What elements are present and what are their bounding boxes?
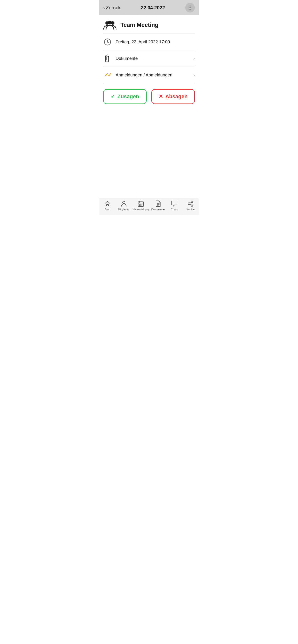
- more-options-button[interactable]: [185, 3, 195, 12]
- tab-members[interactable]: Mitglieder: [117, 200, 131, 211]
- svg-rect-13: [141, 204, 142, 204]
- chat-icon: [171, 200, 178, 207]
- event-header: Team Meeting: [99, 15, 199, 34]
- tab-documents[interactable]: Dokumente: [151, 200, 165, 211]
- tab-event-label: Veranstaltung: [133, 208, 149, 211]
- svg-point-21: [191, 201, 193, 202]
- documents-row[interactable]: Dokumente ›: [99, 50, 199, 66]
- decline-button[interactable]: ✕ Absagen: [152, 89, 195, 104]
- documents-chevron-icon: ›: [193, 56, 195, 61]
- svg-line-24: [190, 204, 191, 205]
- svg-point-2: [108, 20, 112, 24]
- tab-channels[interactable]: Kanäle: [183, 200, 198, 211]
- decline-label: Absagen: [165, 94, 188, 100]
- accept-button[interactable]: ✓ Zusagen: [103, 89, 146, 104]
- registrations-chevron-icon: ›: [193, 72, 195, 78]
- svg-line-5: [107, 42, 109, 43]
- registrations-row[interactable]: ✓✓ Anmeldungen / Abmeldungen ›: [99, 67, 199, 83]
- tab-chats[interactable]: Chats: [167, 200, 181, 211]
- x-icon: ✕: [159, 94, 163, 100]
- svg-point-20: [188, 203, 190, 204]
- action-buttons-row: ✓ Zusagen ✕ Absagen: [99, 84, 199, 110]
- nav-date-title: 22.04.2022: [141, 5, 165, 10]
- more-dots-icon: [190, 6, 191, 10]
- nav-bar: ‹ Zurück 22.04.2022: [99, 0, 199, 15]
- tab-start-label: Start: [105, 208, 110, 211]
- tab-members-label: Mitglieder: [118, 208, 129, 211]
- person-icon: [120, 200, 127, 207]
- svg-rect-16: [141, 205, 142, 206]
- main-content: Team Meeting Freitag, 22. April 2022 17:…: [99, 15, 199, 198]
- double-check-icon: ✓✓: [103, 71, 112, 79]
- svg-rect-15: [140, 205, 141, 206]
- clock-icon: [103, 38, 112, 46]
- documents-label: Dokumente: [116, 56, 190, 61]
- svg-rect-11: [139, 204, 140, 204]
- svg-point-6: [123, 201, 125, 204]
- home-icon: [104, 200, 111, 207]
- svg-line-23: [190, 202, 191, 203]
- tab-chats-label: Chats: [171, 208, 178, 211]
- tab-documents-label: Dokumente: [151, 208, 165, 211]
- event-title: Team Meeting: [120, 22, 158, 28]
- svg-rect-14: [139, 205, 140, 206]
- back-button[interactable]: ‹ Zurück: [103, 4, 120, 11]
- tab-channels-label: Kanäle: [186, 208, 195, 211]
- channels-icon: [187, 200, 194, 207]
- group-icon: [103, 20, 117, 30]
- tab-bar: Start Mitglieder: [99, 198, 199, 215]
- datetime-row: Freitag, 22. April 2022 17:00: [99, 34, 199, 50]
- check-icon: ✓: [111, 94, 115, 100]
- paperclip-icon: [103, 54, 112, 63]
- document-icon: [155, 200, 162, 207]
- svg-point-22: [191, 204, 193, 206]
- datetime-text: Freitag, 22. April 2022 17:00: [116, 40, 195, 44]
- back-label: Zurück: [106, 5, 120, 10]
- tab-event[interactable]: Veranstaltung: [133, 200, 149, 211]
- back-chevron-icon: ‹: [103, 4, 105, 11]
- registrations-label: Anmeldungen / Abmeldungen: [116, 72, 190, 78]
- accept-label: Zusagen: [117, 94, 139, 100]
- calendar-icon: [137, 200, 144, 207]
- svg-rect-12: [140, 204, 141, 204]
- tab-start[interactable]: Start: [100, 200, 115, 211]
